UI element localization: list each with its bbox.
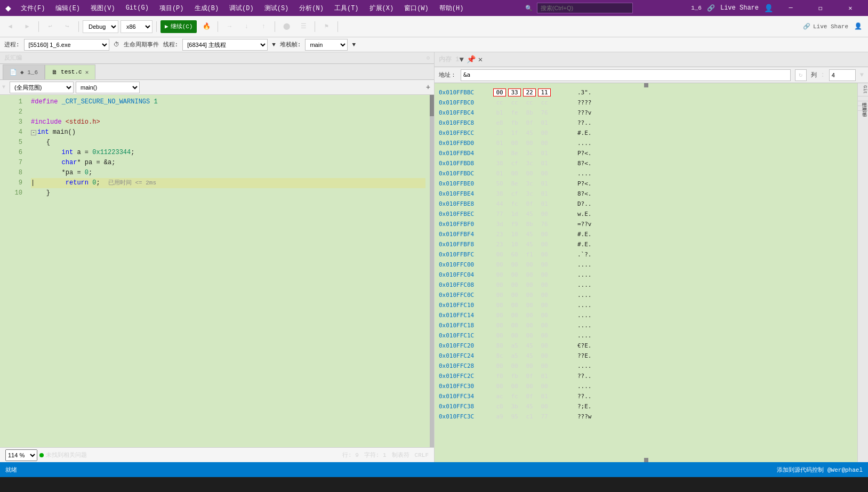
mem-byte[interactable]: 00 [523,322,536,329]
mem-byte[interactable]: 01 [493,140,506,147]
mem-byte[interactable]: 50 [493,180,506,187]
mem-byte[interactable]: fb [508,373,521,380]
addr-refresh-button[interactable]: ↻ [795,69,807,81]
mem-byte[interactable]: b1 [493,109,506,116]
mem-byte[interactable]: 00 [493,383,506,390]
mem-byte[interactable]: fe [508,109,521,116]
mem-byte[interactable]: 00 [508,271,521,278]
mem-byte[interactable]: 45 [523,211,536,217]
mem-byte[interactable]: 76 [538,221,551,228]
mem-byte[interactable]: 00 [493,312,506,319]
mem-byte[interactable]: 80 [493,342,506,349]
mem-byte[interactable]: 3c [523,180,536,187]
mem-byte[interactable]: 01 [538,160,551,167]
mem-byte[interactable]: 00 [538,383,551,390]
mem-byte[interactable]: 00 [508,332,521,339]
mem-byte[interactable]: 38 [493,160,506,167]
mem-byte[interactable]: 00 [538,302,551,309]
mem-byte[interactable]: 00 [523,170,536,177]
sidebar-item-intel[interactable]: 情报 [858,96,868,101]
mem-byte[interactable]: 00 [523,362,536,369]
mem-byte[interactable]: 33 [508,88,521,96]
mem-byte[interactable]: 00 [538,292,551,299]
col-input[interactable] [829,69,856,81]
mem-byte[interactable]: 00 [538,332,551,339]
mem-byte[interactable]: 00 [523,332,536,339]
mem-byte[interactable]: 01 [493,170,506,177]
mem-byte[interactable]: 00 [493,302,506,309]
liveshare-area[interactable]: 🔗 Live Share [803,23,848,30]
mem-byte[interactable]: 00 [493,332,506,339]
thread-selector[interactable]: [68344] 主线程 [182,39,268,51]
add-to-source-control[interactable]: 添加到源代码控制 @Wer@phael [777,466,863,474]
mem-byte[interactable]: 0f [523,119,536,126]
memory-scroll-down[interactable] [644,458,648,462]
menu-build[interactable]: 生成(B) [191,3,222,14]
mem-byte[interactable]: f1 [523,251,536,258]
mem-byte[interactable]: 00 [523,271,536,278]
mem-byte[interactable]: 45 [523,342,536,349]
mem-byte[interactable]: 00 [493,362,506,369]
mem-byte[interactable]: 45 [523,403,536,410]
mem-byte[interactable]: 00 [538,130,551,136]
mem-byte[interactable]: 1f [508,130,521,136]
function-selector[interactable]: main() [76,82,140,93]
mem-byte[interactable]: a9 [493,413,506,420]
mem-byte[interactable]: 00 [538,251,551,258]
mem-byte[interactable]: 00 [493,88,506,96]
search-input[interactable] [537,3,633,13]
mem-byte[interactable]: 0f [523,200,536,207]
mem-byte[interactable]: 00 [538,342,551,349]
liveshare-label[interactable]: Live Share [720,4,759,12]
mem-byte[interactable]: 00 [538,403,551,410]
memory-scroll-up[interactable] [644,83,648,87]
code-content[interactable]: #define _CRT_SECURE_NO_WARNINGS 1 #inclu… [27,95,430,447]
menu-debug[interactable]: 调试(D) [226,3,257,14]
mem-byte[interactable]: 00 [538,312,551,319]
col-dropdown-icon[interactable]: ▼ [860,71,864,79]
mem-byte[interactable]: e8 [493,119,506,126]
mem-byte[interactable]: 38 [493,190,506,197]
back-button[interactable]: ◀ [3,19,18,34]
mem-byte[interactable]: 00 [508,312,521,319]
menu-view[interactable]: 视图(V) [87,3,118,14]
mem-byte[interactable]: 8e [508,150,521,157]
mem-byte[interactable]: 23 [493,130,506,136]
menu-window[interactable]: 窗口(W) [401,3,432,14]
mem-byte[interactable]: 00 [538,140,551,147]
mem-byte[interactable]: 3b [508,403,521,410]
mem-byte[interactable]: 77 [493,211,506,217]
mem-byte[interactable]: 00 [493,322,506,329]
mem-byte[interactable]: 11 [538,88,551,96]
mem-byte[interactable]: 44 [493,200,506,207]
menu-file[interactable]: 文件(F) [18,3,49,14]
menu-extensions[interactable]: 扩展(X) [366,3,397,14]
mem-byte[interactable]: a5 [508,342,521,349]
step-over-button[interactable]: → [222,19,237,34]
mem-byte[interactable]: 00 [508,170,521,177]
mem-byte[interactable]: 00 [523,261,536,268]
mem-byte[interactable]: 00 [493,271,506,278]
mem-byte[interactable]: 01 [538,119,551,126]
mem-byte[interactable]: 8b [523,109,536,116]
addr-input[interactable] [461,69,791,81]
mem-byte[interactable]: f0 [493,373,506,380]
mem-byte[interactable]: fc [508,200,521,207]
sidebar-item-adjust[interactable]: 调整 [858,101,868,106]
mem-byte[interactable]: 00 [523,312,536,319]
mem-byte[interactable]: 0f [523,373,536,380]
mem-byte[interactable]: 00 [538,281,551,288]
memory-dropdown-icon[interactable]: ▼ [459,55,463,64]
mem-byte[interactable]: fc [508,393,521,400]
mem-byte[interactable]: 00 [538,170,551,177]
mem-byte[interactable]: 01 [538,190,551,197]
tab-testc[interactable]: 🗎 test.c ✕ [45,64,95,79]
stack-selector[interactable]: main [305,39,348,51]
mem-byte[interactable]: 00 [493,251,506,258]
menu-analyze[interactable]: 分析(N) [296,3,327,14]
mem-byte[interactable]: 00 [523,140,536,147]
menu-help[interactable]: 帮助(H) [436,3,467,14]
mem-byte[interactable]: 3d [493,221,506,228]
mem-byte[interactable]: 0f [523,393,536,400]
mem-byte[interactable]: 22 [523,88,536,96]
